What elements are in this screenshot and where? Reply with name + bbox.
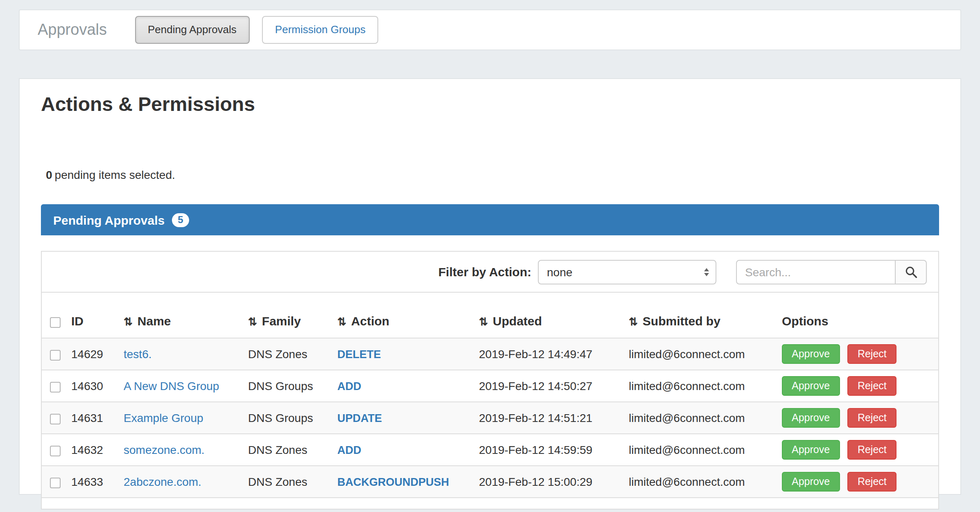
row-action-link[interactable]: ADD (337, 444, 361, 456)
row-family: DNS Zones (242, 434, 331, 466)
header-checkbox-cell (42, 293, 65, 338)
search-button[interactable] (896, 259, 927, 284)
row-submitted-by: limited@6connect.com (622, 402, 775, 434)
reject-button[interactable]: Reject (848, 344, 896, 364)
row-checkbox[interactable] (50, 414, 61, 424)
row-id: 14630 (65, 370, 117, 402)
row-checkbox-cell (42, 466, 65, 498)
row-action-cell: ADD (331, 370, 472, 402)
approve-button[interactable]: Approve (782, 408, 840, 428)
filter-by-action-label: Filter by Action: (438, 265, 531, 279)
row-action-link[interactable]: BACKGROUNDPUSH (337, 476, 449, 488)
approve-button[interactable]: Approve (782, 376, 840, 396)
row-action-link[interactable]: DELETE (337, 348, 381, 361)
row-name-link[interactable]: A New DNS Group (124, 379, 219, 392)
row-checkbox[interactable] (50, 446, 61, 456)
topbar: Approvals Pending Approvals Permission G… (19, 9, 961, 50)
table-row: 14629 test6. DNS Zones DELETE 2019-Feb-1… (42, 338, 938, 370)
row-options-cell: Approve Reject (775, 338, 938, 370)
header-submitted-by[interactable]: ⇅Submitted by (622, 293, 775, 338)
row-name-cell: Example Group (117, 402, 242, 434)
panel-title: Pending Approvals (53, 213, 165, 227)
table-spacer (42, 498, 938, 509)
row-action-cell: DELETE (331, 338, 472, 370)
row-checkbox[interactable] (50, 350, 61, 361)
count-badge: 5 (172, 213, 189, 227)
row-name-link[interactable]: somezone.com. (124, 443, 205, 456)
header-updated[interactable]: ⇅Updated (472, 293, 622, 338)
row-name-link[interactable]: Example Group (124, 411, 203, 424)
reject-button[interactable]: Reject (848, 408, 896, 428)
select-all-checkbox[interactable] (50, 317, 61, 327)
header-id: ID (65, 293, 117, 338)
row-name-link[interactable]: 2abczone.com. (124, 475, 201, 488)
row-family: DNS Zones (242, 466, 331, 498)
row-submitted-by: limited@6connect.com (622, 370, 775, 402)
row-updated: 2019-Feb-12 14:49:47 (472, 338, 622, 370)
action-filter-select-wrap: none (538, 259, 716, 284)
row-submitted-by: limited@6connect.com (622, 466, 775, 498)
row-action-link[interactable]: UPDATE (337, 412, 382, 424)
pending-approvals-panel-header: Pending Approvals 5 (41, 204, 939, 235)
table-row: 14630 A New DNS Group DNS Groups ADD 201… (42, 370, 938, 402)
page-title: Approvals (38, 21, 107, 39)
row-action-cell: BACKGROUNDPUSH (331, 466, 472, 498)
row-action-link[interactable]: ADD (337, 380, 361, 392)
row-action-cell: UPDATE (331, 402, 472, 434)
search-group (736, 259, 927, 284)
search-icon (904, 265, 917, 278)
reject-button[interactable]: Reject (848, 376, 896, 396)
approvals-table-body: 14629 test6. DNS Zones DELETE 2019-Feb-1… (42, 338, 938, 498)
sort-icon: ⇅ (124, 316, 133, 328)
row-submitted-by: limited@6connect.com (622, 434, 775, 466)
pending-approvals-table: ID ⇅Name ⇅Family ⇅Action ⇅Updated ⇅Submi… (42, 293, 938, 498)
row-checkbox[interactable] (50, 478, 61, 488)
tab-permission-groups[interactable]: Permission Groups (262, 16, 379, 44)
header-family[interactable]: ⇅Family (242, 293, 331, 338)
row-checkbox-cell (42, 338, 65, 370)
row-action-cell: ADD (331, 434, 472, 466)
row-id: 14629 (65, 338, 117, 370)
selected-count: 0 (46, 168, 52, 181)
table-header-row: ID ⇅Name ⇅Family ⇅Action ⇅Updated ⇅Submi… (42, 293, 938, 338)
row-family: DNS Zones (242, 338, 331, 370)
row-checkbox-cell (42, 370, 65, 402)
row-checkbox-cell (42, 434, 65, 466)
row-name-cell: test6. (117, 338, 242, 370)
table-row: 14631 Example Group DNS Groups UPDATE 20… (42, 402, 938, 434)
sort-icon: ⇅ (248, 316, 257, 328)
row-name-cell: A New DNS Group (117, 370, 242, 402)
row-options-cell: Approve Reject (775, 402, 938, 434)
row-submitted-by: limited@6connect.com (622, 338, 775, 370)
row-options-cell: Approve Reject (775, 370, 938, 402)
row-name-link[interactable]: test6. (124, 347, 152, 361)
action-filter-select[interactable]: none (538, 259, 716, 284)
reject-button[interactable]: Reject (848, 440, 896, 460)
row-id: 14633 (65, 466, 117, 498)
sort-icon: ⇅ (479, 316, 488, 328)
row-options-cell: Approve Reject (775, 466, 938, 498)
selected-label: pending items selected. (55, 168, 175, 181)
header-action[interactable]: ⇅Action (331, 293, 472, 338)
page: Approvals Pending Approvals Permission G… (0, 9, 980, 512)
section-heading: Actions & Permissions (41, 93, 939, 116)
header-name[interactable]: ⇅Name (117, 293, 242, 338)
approve-button[interactable]: Approve (782, 344, 840, 364)
header-options: Options (775, 293, 938, 338)
tab-pending-approvals[interactable]: Pending Approvals (135, 16, 250, 44)
table-row: 14632 somezone.com. DNS Zones ADD 2019-F… (42, 434, 938, 466)
row-options-cell: Approve Reject (775, 434, 938, 466)
row-id: 14631 (65, 402, 117, 434)
row-checkbox-cell (42, 402, 65, 434)
search-input[interactable] (736, 259, 896, 284)
reject-button[interactable]: Reject (848, 472, 896, 492)
approve-button[interactable]: Approve (782, 472, 840, 492)
main-panel: Actions & Permissions 0pending items sel… (19, 78, 961, 495)
row-checkbox[interactable] (50, 382, 61, 392)
sort-icon: ⇅ (337, 316, 346, 328)
row-family: DNS Groups (242, 370, 331, 402)
approve-button[interactable]: Approve (782, 440, 840, 460)
filter-bar: Filter by Action: none (42, 252, 938, 293)
table-container: Filter by Action: none (41, 251, 939, 510)
row-family: DNS Groups (242, 402, 331, 434)
